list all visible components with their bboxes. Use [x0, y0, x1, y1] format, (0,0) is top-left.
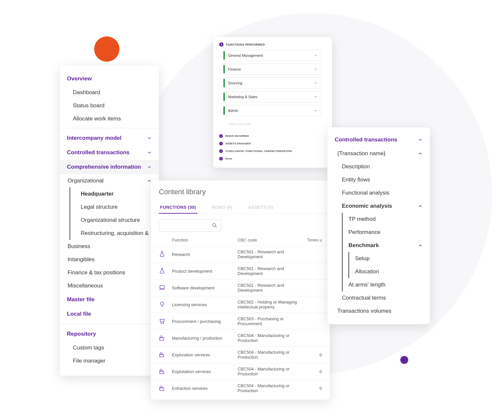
cart-icon: [159, 318, 172, 325]
nav-arms-length[interactable]: At arms' length: [343, 278, 430, 291]
nav-file-manager[interactable]: File manager: [60, 354, 159, 368]
section-local-file[interactable]: Local file: [60, 307, 159, 321]
table-row[interactable]: Exploration servicesCBC504 - Manufacturi…: [151, 346, 330, 363]
nav-organizational[interactable]: Organizational: [60, 174, 159, 187]
function-item[interactable]: Finance: [224, 64, 322, 75]
flask-icon: [159, 267, 172, 275]
laptop-icon: [159, 284, 172, 292]
function-item[interactable]: General Management: [224, 50, 322, 61]
add-function-button[interactable]: + ADD FUNCTION: [224, 119, 322, 129]
chevron-down-icon: [314, 81, 317, 85]
chevron-up-icon: [147, 165, 152, 169]
section-intercompany-model[interactable]: Intercompany model: [60, 131, 159, 145]
factory-icon: [159, 385, 172, 392]
chevron-down-icon: [314, 68, 317, 71]
search-input[interactable]: [159, 219, 221, 232]
table-row[interactable]: Exploitation servicesCBC504 - Manufactur…: [151, 363, 330, 380]
functions-performed-header: 1 FUNCTIONS PERFORMED: [219, 42, 326, 47]
chevron-up-icon: [418, 137, 423, 142]
controlled-transactions-panel: Controlled transactions {Transaction nam…: [327, 127, 430, 324]
check-badge-icon: [219, 157, 223, 160]
nav-contractual-terms[interactable]: Contractual terms: [327, 291, 430, 304]
chevron-down-icon: [314, 95, 317, 98]
section-controlled-transactions[interactable]: Controlled transactions: [60, 145, 159, 160]
nav-economic-analysis[interactable]: Economic analysis: [327, 200, 430, 213]
chevron-up-icon: [418, 204, 423, 208]
section-conclusion[interactable]: CONCLUSION: FUNCTIONAL CHARACTERIZATION: [219, 147, 326, 155]
chevron-down-icon: [147, 150, 152, 155]
section-repository: Repository: [60, 327, 159, 341]
section-overview: Overview: [60, 72, 159, 86]
section-done[interactable]: Done: [219, 155, 326, 162]
chevron-down-icon: [314, 54, 317, 57]
nav-business[interactable]: Business: [60, 240, 159, 253]
table-header: Function CBC code Times u: [151, 234, 330, 246]
nav-tp-method[interactable]: TP method: [343, 213, 430, 226]
function-item[interactable]: Admin: [224, 105, 322, 116]
nav-headquarter[interactable]: Headquarter: [75, 187, 159, 200]
content-library-title: Content library: [151, 188, 330, 200]
nav-organizational-structure[interactable]: Organizational structure: [75, 214, 159, 227]
section-controlled-transactions-title[interactable]: Controlled transactions: [327, 133, 430, 147]
nav-dashboard[interactable]: Dashboard: [60, 86, 159, 99]
function-item[interactable]: Sourcing: [224, 77, 322, 89]
nav-intangibles[interactable]: Intangibles: [60, 253, 159, 266]
table-row[interactable]: Licensing servicesCBC502 - Holding or Ma…: [151, 296, 330, 313]
table-row[interactable]: ResearchCBC501 - Research and Developmen…: [151, 246, 330, 262]
section-risks-incurred[interactable]: RISKS INCURRED: [219, 132, 326, 140]
tab-risks[interactable]: RISKS (9): [211, 201, 234, 214]
decorative-orange-dot: [94, 36, 119, 62]
nav-finance-tax[interactable]: Finance & tax positions: [60, 266, 159, 279]
nav-miscellaneous[interactable]: Miscellaneous: [60, 279, 159, 292]
nav-functional-analysis[interactable]: Functional analysis: [327, 186, 430, 200]
check-badge-icon: [219, 134, 223, 138]
step-badge-icon: 1: [219, 42, 223, 47]
factory-icon: [159, 334, 172, 342]
column-function: Function: [172, 238, 238, 242]
chevron-up-icon: [418, 151, 423, 156]
functions-performed-panel: 1 FUNCTIONS PERFORMED General Management…: [213, 37, 332, 168]
column-cbc-code: CBC code: [238, 238, 302, 242]
section-master-file[interactable]: Master file: [60, 292, 159, 307]
factory-icon: [159, 351, 172, 359]
nav-performance[interactable]: Performance: [343, 226, 430, 239]
nav-status-board[interactable]: Status board: [60, 99, 159, 112]
transaction-name[interactable]: {Transaction name}: [327, 147, 430, 160]
chevron-down-icon: [314, 109, 317, 112]
content-library-panel: Content library FUNCTIONS (30) RISKS (9)…: [151, 180, 330, 400]
main-navigation-panel: Overview Dashboard Status board Allocate…: [60, 66, 159, 376]
section-assets-engaged[interactable]: ASSETS ENGAGED: [219, 140, 326, 147]
nav-legal-structure[interactable]: Legal structure: [75, 200, 159, 214]
nav-entity-flows[interactable]: Entity flows: [327, 173, 430, 186]
section-comprehensive-information[interactable]: Comprehensive information: [60, 160, 159, 174]
check-badge-icon: [219, 142, 223, 145]
library-tabs: FUNCTIONS (30) RISKS (9) ASSETS (5): [151, 200, 330, 214]
table-row[interactable]: Extraction servicesCBC504 - Manufacturin…: [151, 380, 330, 396]
column-times: Times u: [302, 238, 322, 242]
nav-allocation[interactable]: Allocation: [349, 265, 430, 278]
table-row[interactable]: Manufacturing / productionCBC504 - Manuf…: [151, 329, 330, 346]
nav-transactions-volumes[interactable]: Transactions volumes: [327, 304, 430, 318]
factory-icon: [159, 368, 172, 375]
bulb-icon: [159, 301, 172, 308]
nav-allocate-work[interactable]: Allocate work items: [60, 112, 159, 125]
nav-setup[interactable]: Setup: [349, 252, 430, 265]
nav-description[interactable]: Description: [327, 160, 430, 173]
function-item[interactable]: Marketing & Sales: [224, 91, 322, 102]
nav-restructuring[interactable]: Restructuring, acquisition &: [75, 227, 159, 240]
chevron-down-icon: [147, 136, 152, 140]
table-row[interactable]: Product developmentCBC501 - Research and…: [151, 262, 330, 279]
check-badge-icon: [219, 149, 223, 153]
nav-benchmark[interactable]: Benchmark: [343, 239, 430, 252]
nav-custom-tags[interactable]: Custom tags: [60, 341, 159, 354]
table-row[interactable]: Procurement / purchasingCBC503 - Purchas…: [151, 313, 330, 329]
search-icon: [212, 222, 218, 228]
table-row[interactable]: Software developmentCBC501 - Research an…: [151, 279, 330, 296]
decorative-purple-dot: [400, 356, 408, 364]
flask-icon: [159, 251, 172, 258]
tab-functions[interactable]: FUNCTIONS (30): [159, 201, 198, 214]
tab-assets[interactable]: ASSETS (5): [247, 201, 275, 214]
chevron-up-icon: [418, 243, 423, 248]
